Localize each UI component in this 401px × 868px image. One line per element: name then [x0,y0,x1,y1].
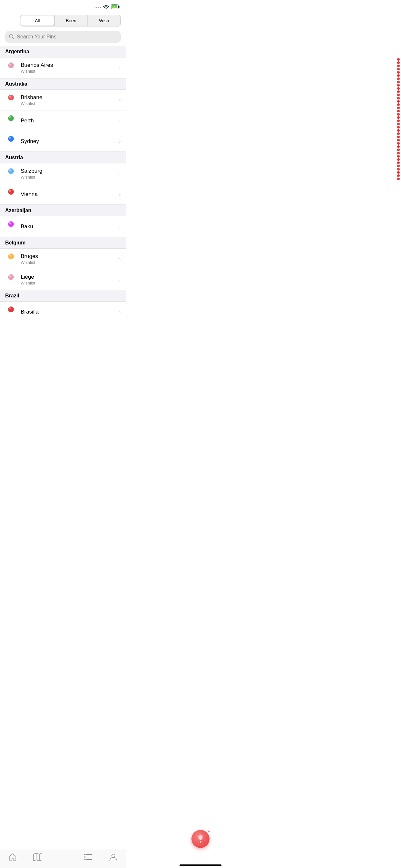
section-header: Brazil [0,290,126,302]
pin-icon [5,253,17,265]
svg-point-7 [9,63,11,65]
list-item[interactable]: Perth› [0,111,126,131]
item-text: Baku [21,223,117,230]
chevron-icon: › [119,97,121,103]
svg-point-24 [8,221,14,227]
section-header: Belgium [0,237,126,249]
section-header: Argentina [0,46,126,58]
list-item[interactable]: BrisbaneWishlist› [0,90,126,111]
segment-been[interactable]: Been [55,15,87,26]
svg-point-21 [8,189,14,195]
svg-point-15 [8,136,14,142]
item-name: Buenos Aires [21,62,117,68]
top-nav: All Been Wish [0,12,126,29]
search-icon [9,34,14,39]
pin-icon [5,189,17,200]
pin-icon [5,168,17,180]
pin-svg [7,115,14,127]
svg-point-25 [9,222,11,224]
pin-svg [7,306,14,318]
chevron-icon: › [119,138,121,144]
chevron-icon: › [119,65,121,71]
pin-icon [5,62,17,73]
pin-svg [7,274,14,285]
svg-point-13 [9,116,11,118]
svg-point-30 [8,274,14,280]
svg-point-33 [8,306,14,312]
pin-svg [7,135,14,147]
item-name: Sydney [21,138,117,145]
item-name: Bruges [21,253,117,259]
pin-svg [7,221,14,232]
item-sub: Wishlist [21,69,117,73]
svg-point-34 [9,307,11,309]
status-bar: ⚡ [0,0,126,12]
svg-point-10 [9,96,11,97]
chevron-icon: › [119,224,121,229]
svg-point-18 [8,168,14,174]
item-text: Buenos AiresWishlist [21,62,117,73]
svg-point-22 [9,190,11,192]
item-name: Vienna [21,191,117,197]
content-scroll: ArgentinaBuenos AiresWishlist›AustraliaB… [0,46,126,361]
pin-svg [7,62,14,73]
pin-svg [7,168,14,180]
search-bar[interactable] [5,31,121,42]
pin-svg [7,94,14,106]
list-item[interactable]: Brasilia› [0,302,126,322]
svg-line-5 [12,38,14,39]
chevron-icon: › [119,118,121,124]
item-text: SalzburgWishlist [21,168,117,180]
pin-svg [7,189,14,200]
segment-wish[interactable]: Wish [88,15,120,26]
pin-icon [5,306,17,318]
chevron-icon: › [119,171,121,177]
list-item[interactable]: Buenos AiresWishlist› [0,58,126,78]
chevron-icon: › [119,309,121,315]
svg-point-19 [9,169,11,171]
signal-icon [96,7,101,8]
chevron-icon: › [119,256,121,262]
list-item[interactable]: LiègeWishlist› [0,269,126,290]
section-header: Azerbaijan [0,205,126,216]
item-text: Vienna [21,191,117,197]
list-item[interactable]: Sydney› [0,131,126,152]
item-name: Brasilia [21,309,117,315]
pin-icon [5,135,17,147]
segment-all[interactable]: All [21,16,54,26]
search-bar-wrap [0,29,126,46]
item-name: Liège [21,274,117,280]
chevron-icon: › [119,191,121,197]
item-text: LiègeWishlist [21,274,117,285]
item-text: BrugesWishlist [21,253,117,265]
pin-icon [5,221,17,232]
svg-rect-1 [119,6,120,8]
chevron-icon: › [119,277,121,283]
item-text: BrisbaneWishlist [21,94,117,106]
battery-icon: ⚡ [111,4,120,10]
search-input[interactable] [17,34,117,40]
item-name: Perth [21,118,117,124]
list-item[interactable]: Baku› [0,216,126,237]
svg-point-12 [8,115,14,121]
section-header: Australia [0,78,126,90]
pin-icon [5,274,17,285]
item-sub: Wishlist [21,175,117,180]
item-name: Baku [21,223,117,230]
list-item[interactable]: SalzburgWishlist› [0,163,126,184]
svg-point-27 [8,253,14,259]
item-text: Sydney [21,138,117,145]
item-text: Perth [21,118,117,124]
pin-svg [7,253,14,265]
svg-point-9 [8,95,14,100]
status-icons: ⚡ [96,4,120,10]
item-name: Salzburg [21,168,117,175]
svg-point-6 [8,62,14,68]
item-sub: Wishlist [21,260,117,265]
svg-point-31 [9,275,11,277]
svg-text:⚡: ⚡ [112,5,116,9]
svg-point-28 [9,254,11,256]
list-item[interactable]: Vienna› [0,184,126,205]
list-item[interactable]: BrugesWishlist› [0,249,126,269]
item-sub: Wishlist [21,281,117,285]
